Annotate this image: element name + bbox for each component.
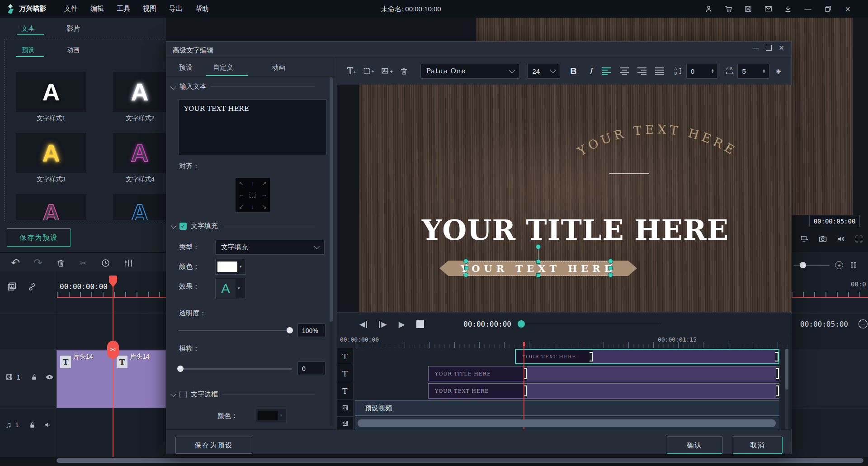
clip-bracket[interactable]	[590, 352, 593, 361]
dialog-tab-presets[interactable]: 预设	[179, 63, 193, 72]
preview-video-frame[interactable]: YOUR TEXT HERE YOUR TITLE HERE YOUR TEXT…	[359, 85, 792, 312]
lock-open-icon[interactable]	[30, 373, 38, 381]
letter-spacing-stepper[interactable]: 5 ▴▾	[737, 64, 769, 79]
line-spacing-stepper[interactable]: 0 ▴▾	[686, 64, 718, 79]
playhead-marker[interactable]	[109, 276, 117, 287]
timeline-clip-text-2[interactable]: YOUR TITLE HERE	[428, 366, 779, 381]
font-size-dropdown[interactable]: 24	[527, 64, 560, 79]
fullscreen-icon[interactable]	[854, 234, 863, 243]
playhead-line[interactable]	[113, 277, 113, 457]
handle-mid-right[interactable]	[609, 266, 613, 270]
align-center-button[interactable]	[616, 67, 633, 76]
blur-value-box[interactable]: 0	[297, 361, 326, 375]
dialog-v-scrollbar-thumb[interactable]	[785, 349, 788, 390]
handle-bottom-center[interactable]	[536, 273, 540, 277]
dialog-v-scrollbar[interactable]	[785, 349, 788, 429]
add-track-icon[interactable]	[7, 281, 17, 292]
align-bottom-left[interactable]: ↙	[239, 203, 244, 210]
tab-media[interactable]: 影片	[66, 24, 80, 33]
opacity-slider[interactable]	[178, 330, 292, 331]
subtab-animation[interactable]: 动画	[67, 46, 80, 54]
menu-file[interactable]: 文件	[58, 0, 84, 18]
store-cart-icon[interactable]	[721, 0, 736, 18]
timeline-clip-video-1[interactable]: 预设视频	[355, 400, 779, 416]
add-shape-button[interactable]: +	[359, 67, 376, 76]
dialog-close-button[interactable]: ×	[779, 43, 784, 52]
text-style-6-card[interactable]: A	[113, 194, 166, 220]
align-center[interactable]	[250, 192, 255, 198]
align-justify-button[interactable]	[651, 67, 669, 76]
handle-top-right[interactable]	[608, 259, 613, 264]
arc-text[interactable]: YOUR TEXT HERE	[549, 105, 766, 177]
align-top-right[interactable]: ↗	[262, 180, 267, 187]
delete-icon[interactable]	[56, 258, 66, 268]
account-icon[interactable]	[701, 0, 716, 18]
clip-bracket[interactable]	[776, 368, 779, 380]
horizontal-scrollbar[interactable]	[57, 458, 863, 463]
download-icon[interactable]	[780, 0, 796, 18]
save-as-preset-button[interactable]: 保存为预设	[7, 228, 71, 247]
timeline-ruler-ticks[interactable]	[57, 292, 166, 297]
text-border-checkbox[interactable]	[179, 391, 187, 398]
line-spacing-icon[interactable]: AB	[671, 66, 686, 76]
fill-type-dropdown[interactable]: 文字填充	[215, 240, 325, 255]
menu-tools[interactable]: 工具	[110, 0, 137, 18]
handle-bottom-right[interactable]	[608, 272, 613, 277]
text-style-1-card[interactable]: A	[16, 72, 86, 112]
dialog-maximize-button[interactable]	[766, 45, 772, 51]
visibility-eye-icon[interactable]	[45, 374, 54, 380]
blur-slider-handle[interactable]	[177, 366, 184, 372]
save-icon[interactable]	[741, 0, 756, 18]
text-input-area[interactable]: YOUR TEXT HERE	[178, 100, 327, 155]
next-frame-button[interactable]: ▶	[379, 321, 387, 328]
handle-bottom-left[interactable]	[463, 272, 468, 277]
timeline-zoom-slider[interactable]	[793, 265, 830, 266]
italic-button[interactable]: I	[583, 66, 598, 76]
handle-top-left[interactable]	[463, 259, 468, 264]
playhead-split-button[interactable]: ✂	[107, 341, 119, 359]
align-left[interactable]: ←	[238, 191, 244, 198]
text-fill-section-header[interactable]: ✓ 文字填充	[171, 222, 315, 230]
adjust-mixer-icon[interactable]	[124, 258, 133, 268]
clip-bracket[interactable]	[776, 385, 779, 397]
dialog-tab-animation[interactable]: 动画	[272, 63, 285, 72]
redo-icon[interactable]: ↷	[33, 257, 42, 268]
lock-open-icon[interactable]	[28, 421, 36, 429]
spin-down-icon[interactable]: ▾	[763, 71, 765, 73]
align-right[interactable]: →	[261, 191, 267, 198]
fill-color-picker[interactable]: ▾	[215, 259, 246, 275]
dialog-scrollbar-track[interactable]	[330, 77, 333, 426]
dialog-playhead-line[interactable]	[524, 342, 524, 429]
seek-handle[interactable]	[518, 320, 525, 328]
menu-edit[interactable]: 编辑	[84, 0, 110, 18]
zoom-in-button[interactable]: +	[835, 261, 843, 269]
handle-top-center[interactable]	[536, 260, 540, 264]
menu-export[interactable]: 导出	[163, 0, 189, 18]
menu-view[interactable]: 视图	[137, 0, 163, 18]
align-bottom[interactable]: ↓	[251, 203, 255, 210]
window-restore-button[interactable]	[820, 0, 835, 18]
preview-title-text[interactable]: YOUR TITLE HERE	[359, 214, 792, 247]
clip-bracket[interactable]	[775, 352, 778, 361]
text-style-5-card[interactable]: A	[16, 194, 86, 220]
align-left-button[interactable]	[598, 67, 616, 76]
window-close-button[interactable]: ×	[840, 0, 855, 18]
menu-help[interactable]: 帮助	[189, 0, 215, 18]
tab-text[interactable]: 文本	[21, 24, 35, 33]
timeline-zoom-handle[interactable]	[800, 262, 806, 268]
mail-icon[interactable]	[760, 0, 776, 18]
timeline-clip-text-3[interactable]: YOUR TEXT HERE	[428, 383, 779, 399]
divider-rule[interactable]	[609, 173, 649, 174]
input-text-section-header[interactable]: 输入文本	[171, 82, 315, 91]
dialog-minimize-button[interactable]: —	[753, 45, 759, 51]
timeline-clip-text-1[interactable]: YOUR TEXT HERE	[515, 349, 779, 364]
text-style-3-card[interactable]: A	[16, 133, 86, 173]
dialog-tab-customize[interactable]: 自定义	[213, 63, 233, 72]
undo-icon[interactable]: ↶	[11, 257, 20, 268]
add-image-button[interactable]: +	[376, 67, 395, 76]
opacity-value-box[interactable]: 100%	[297, 323, 326, 337]
letter-spacing-icon[interactable]: AB	[722, 66, 737, 76]
dialog-scrollbar-thumb[interactable]	[330, 77, 333, 322]
align-top-left[interactable]: ↖	[239, 180, 244, 187]
snapshot-camera-icon[interactable]	[818, 234, 827, 243]
